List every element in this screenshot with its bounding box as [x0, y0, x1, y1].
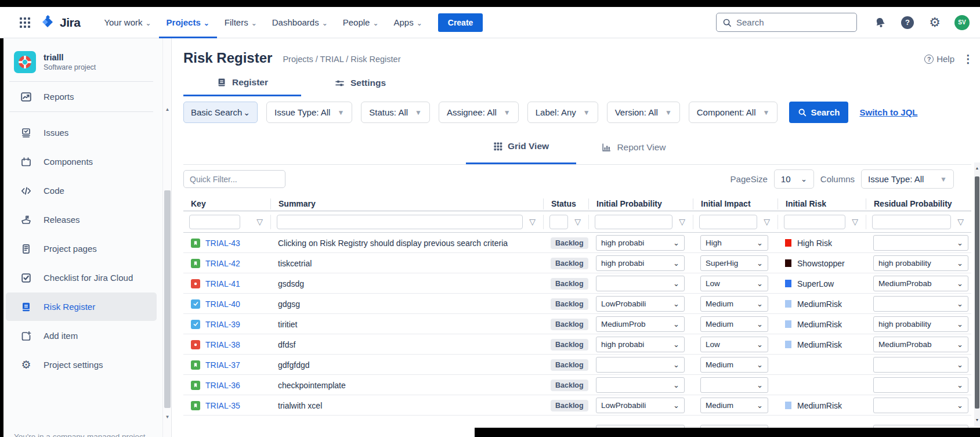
status-filter-input[interactable] [549, 215, 568, 229]
filter-status[interactable]: Status: All ▼ [361, 102, 430, 123]
funnel-icon[interactable]: ▽ [679, 217, 685, 226]
funnel-icon[interactable]: ▽ [529, 217, 536, 226]
issue-key-link[interactable]: TRIAL-42 [205, 259, 240, 268]
sidebar-scrollbar[interactable]: ▲ ▼ [162, 38, 171, 437]
sidebar-item-project-settings[interactable]: ⚙ Project settings [6, 351, 157, 379]
sidebar-item-components[interactable]: Components [6, 147, 157, 176]
issue-key-link[interactable]: TRIAL-43 [205, 239, 240, 248]
residual-probability-select[interactable]: ⌄ [873, 357, 968, 373]
initial-probability-select[interactable]: MediumProb ⌄ [596, 316, 685, 332]
initial-impact-select[interactable]: Medium ⌄ [700, 316, 768, 332]
initial-impact-select[interactable]: High ⌄ [700, 235, 768, 251]
filter-assignee[interactable]: Assignee: All ▼ [439, 102, 519, 123]
tab-settings[interactable]: Settings [301, 70, 419, 96]
nav-item-dashboards[interactable]: Dashboards ⌄ [265, 7, 335, 38]
issue-key-link[interactable]: TRIAL-37 [205, 360, 240, 370]
scroll-down-arrow-icon[interactable]: ▼ [163, 414, 172, 420]
initial-risk-filter-input[interactable] [784, 215, 845, 229]
main-scrollbar-thumb[interactable] [975, 176, 979, 409]
initial-impact-select[interactable]: SuperHig ⌄ [700, 255, 768, 271]
main-scrollbar[interactable]: ▲ ▼ [974, 162, 980, 427]
global-search-input[interactable] [736, 17, 835, 27]
residual-probability-select[interactable]: ⌄ [873, 296, 968, 312]
key-filter-input[interactable] [189, 215, 240, 229]
funnel-icon[interactable]: ▽ [256, 217, 263, 226]
issue-key-link[interactable]: TRIAL-40 [205, 299, 240, 309]
create-button[interactable]: Create [438, 13, 483, 32]
residual-probability-select[interactable]: ⌄ [873, 377, 968, 393]
app-switcher-icon[interactable] [17, 15, 32, 30]
scroll-up-arrow-icon[interactable]: ▲ [974, 166, 980, 170]
issue-key-link[interactable]: TRIAL-41 [205, 279, 240, 288]
issue-key-link[interactable]: TRIAL-39 [205, 320, 240, 329]
user-avatar[interactable]: SV [954, 15, 970, 30]
filter-component[interactable]: Component: All ▼ [689, 102, 778, 123]
column-header-initial-probability[interactable]: Initial Probability [588, 198, 693, 210]
nav-item-people[interactable]: People ⌄ [335, 7, 386, 38]
scroll-up-arrow-icon[interactable]: ▲ [163, 107, 172, 112]
residual-probability-filter-input[interactable] [872, 215, 951, 229]
jira-logo[interactable]: Jira [41, 15, 80, 30]
nav-item-your-work[interactable]: Your work ⌄ [96, 7, 158, 38]
initial-impact-filter-input[interactable] [699, 215, 757, 229]
scroll-down-arrow-icon[interactable]: ▼ [974, 418, 980, 422]
initial-impact-select[interactable]: ⌄ [700, 377, 768, 393]
initial-probability-filter-input[interactable] [595, 215, 672, 229]
search-button[interactable]: Search [789, 102, 848, 123]
global-search[interactable] [716, 13, 857, 32]
sidebar-item-releases[interactable]: Releases [6, 205, 157, 234]
initial-probability-select[interactable]: LowProbabili ⌄ [596, 398, 685, 413]
funnel-icon[interactable]: ▽ [764, 217, 770, 226]
nav-item-apps[interactable]: Apps ⌄ [386, 7, 430, 38]
help-circle-icon[interactable]: ? [900, 15, 915, 30]
column-header-status[interactable]: Status [543, 198, 588, 210]
funnel-icon[interactable]: ▽ [852, 217, 858, 226]
filter-issue-type[interactable]: Issue Type: All ▼ [266, 102, 352, 123]
filter-version[interactable]: Version: All ▼ [607, 102, 680, 123]
summary-filter-input[interactable] [277, 215, 523, 229]
column-header-initial-impact[interactable]: Initial Impact [693, 198, 778, 210]
initial-probability-select[interactable]: high probabi ⌄ [596, 235, 685, 251]
initial-probability-select[interactable]: LowProbabili ⌄ [596, 296, 685, 312]
issue-key-link[interactable]: TRIAL-38 [205, 340, 240, 349]
sidebar-item-risk-register[interactable]: Risk Register [6, 292, 157, 321]
tab-report-view[interactable]: Report View [578, 130, 689, 164]
initial-probability-select[interactable]: high probabi ⌄ [596, 255, 685, 271]
initial-probability-select[interactable]: ⌄ [596, 377, 685, 393]
issue-key-link[interactable]: TRIAL-35 [205, 401, 240, 410]
tab-register[interactable]: Register [183, 70, 301, 96]
residual-probability-select[interactable]: MediumProbab ⌄ [873, 337, 968, 352]
switch-to-jql-link[interactable]: Switch to JQL [859, 107, 917, 117]
pagesize-select[interactable]: 10 ⌄ [774, 169, 814, 189]
sidebar-item-checklist[interactable]: Checklist for Jira Cloud [6, 263, 157, 292]
tab-grid-view[interactable]: Grid View [466, 130, 576, 164]
nav-item-filters[interactable]: Filters ⌄ [217, 7, 265, 38]
initial-impact-select[interactable]: Low ⌄ [700, 337, 768, 352]
kebab-menu-icon[interactable]: ⋮ [963, 52, 974, 66]
residual-probability-select[interactable]: MediumProbab ⌄ [873, 276, 968, 291]
initial-impact-select[interactable]: Low ⌄ [700, 276, 768, 291]
help-link[interactable]: ? Help [924, 54, 954, 64]
funnel-icon[interactable]: ▽ [574, 217, 581, 226]
residual-probability-select[interactable]: high probability ⌄ [873, 316, 968, 332]
notifications-bell-icon[interactable] [873, 15, 888, 30]
column-header-key[interactable]: Key [183, 198, 270, 210]
settings-gear-icon[interactable]: ⚙ [927, 15, 942, 30]
residual-probability-select[interactable]: ⌄ [873, 398, 968, 413]
filter-label[interactable]: Label: Any ▼ [527, 102, 598, 123]
initial-probability-select[interactable]: ⌄ [596, 357, 685, 373]
sidebar-scrollbar-thumb[interactable] [164, 190, 171, 408]
sidebar-item-code[interactable]: Code [6, 176, 157, 205]
initial-impact-select[interactable]: Medium ⌄ [700, 398, 768, 413]
issue-key-link[interactable]: TRIAL-36 [205, 381, 240, 390]
sidebar-item-project-pages[interactable]: Project pages [6, 234, 157, 263]
initial-probability-select[interactable]: high probabi ⌄ [596, 337, 685, 352]
search-mode-select[interactable]: Basic Search ⌄ [183, 102, 258, 123]
initial-impact-select[interactable]: Medium ⌄ [700, 357, 768, 373]
initial-probability-select[interactable]: ⌄ [596, 276, 685, 291]
column-header-summary[interactable]: Summary [270, 198, 543, 210]
column-header-residual-probability[interactable]: Residual Probability [866, 198, 971, 210]
quick-filter-input[interactable] [183, 170, 285, 188]
residual-probability-select[interactable]: ⌄ [873, 235, 968, 251]
initial-impact-select[interactable]: Medium ⌄ [700, 296, 768, 312]
